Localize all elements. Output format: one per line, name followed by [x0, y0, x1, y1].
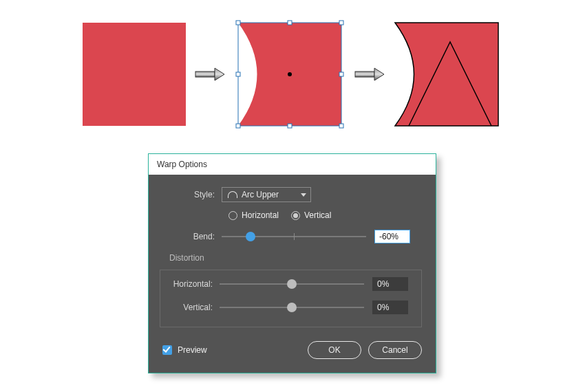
bend-value-input[interactable]: -60%: [374, 230, 410, 243]
distortion-group: Horizontal: 0% Vertical: 0%: [160, 270, 422, 327]
svg-point-12: [288, 72, 292, 76]
ok-button[interactable]: OK: [308, 341, 361, 359]
dialog-title-text: Warp Options: [157, 160, 207, 169]
cancel-button[interactable]: Cancel: [368, 341, 422, 359]
svg-rect-8: [339, 72, 343, 76]
distortion-h-value-input[interactable]: 0%: [372, 277, 408, 291]
checkbox-checked-icon: [162, 345, 172, 355]
radio-icon: [228, 211, 237, 220]
illus-square-warped-selected: [234, 19, 345, 130]
svg-marker-2: [215, 68, 224, 80]
warp-illustration: [83, 14, 509, 134]
orientation-vertical-radio[interactable]: Vertical: [291, 210, 331, 220]
svg-rect-0: [83, 23, 186, 126]
dialog-body: Style: Arc Upper Horizontal Vertical Ben…: [149, 175, 436, 373]
distortion-h-slider[interactable]: [220, 279, 364, 290]
style-label: Style:: [162, 190, 222, 199]
style-select-value: Arc Upper: [242, 190, 279, 199]
preview-label: Preview: [178, 345, 207, 355]
orientation-vertical-label: Vertical: [304, 210, 331, 220]
distortion-v-slider[interactable]: [220, 302, 364, 313]
chevron-down-icon: [301, 193, 306, 197]
svg-rect-1: [195, 72, 215, 77]
distortion-h-label: Horizontal:: [160, 279, 220, 289]
illus-square-original: [83, 23, 186, 126]
svg-rect-7: [236, 72, 240, 76]
distortion-v-value-input[interactable]: 0%: [372, 301, 408, 314]
arrow-right-icon: [354, 67, 385, 82]
radio-icon: [291, 211, 300, 220]
svg-rect-9: [236, 124, 240, 128]
svg-rect-11: [339, 124, 343, 128]
svg-rect-10: [288, 124, 292, 128]
distortion-group-label: Distortion: [169, 253, 422, 263]
bend-label: Bend:: [162, 232, 222, 241]
orientation-horizontal-label: Horizontal: [242, 210, 279, 220]
illus-square-warped-outlines: [394, 21, 500, 127]
svg-rect-4: [236, 21, 240, 25]
style-select[interactable]: Arc Upper: [222, 187, 311, 202]
svg-marker-14: [374, 68, 384, 80]
arrow-right-icon: [194, 67, 226, 82]
distortion-v-label: Vertical:: [160, 303, 220, 312]
bend-slider[interactable]: [222, 231, 366, 242]
svg-rect-5: [288, 21, 292, 25]
warp-options-dialog: Warp Options Style: Arc Upper Horizontal…: [148, 153, 436, 373]
dialog-title: Warp Options: [149, 154, 436, 175]
svg-rect-13: [355, 72, 374, 77]
preview-checkbox[interactable]: Preview: [162, 345, 207, 355]
arc-upper-icon: [228, 191, 237, 198]
svg-rect-6: [339, 21, 343, 25]
orientation-horizontal-radio[interactable]: Horizontal: [228, 210, 279, 220]
